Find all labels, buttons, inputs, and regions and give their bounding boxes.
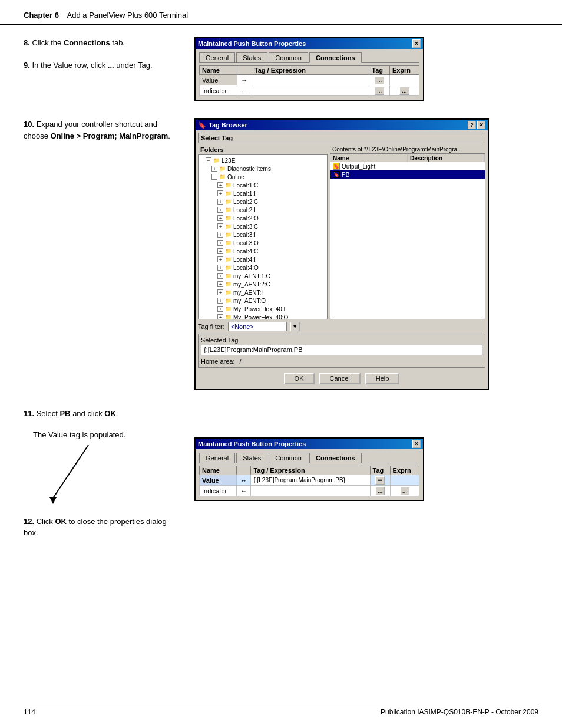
tag-filter-input[interactable] — [228, 322, 287, 331]
folder-icon-aent2c: 📁 — [224, 281, 232, 288]
folder-pflex40o[interactable]: + 📁 My_PowerFlex_40:O — [200, 313, 326, 319]
folder-icon-aenti: 📁 — [224, 289, 232, 296]
expand-local2o[interactable]: + — [217, 215, 223, 221]
folder-local2c[interactable]: + 📁 Local:2:C — [200, 197, 326, 206]
expand-local2i[interactable]: + — [217, 207, 223, 213]
cell-tag-indicator: ... — [369, 85, 390, 96]
folder-icon-aento: 📁 — [224, 297, 232, 304]
folder-aent2c[interactable]: + 📁 my_AENT:2:C — [200, 280, 326, 288]
folder-local4i[interactable]: + 📁 Local:4:I — [200, 255, 326, 263]
d2-exprn-dots-btn-indicator[interactable]: ... — [400, 487, 409, 495]
expand-local4i[interactable]: + — [217, 256, 223, 262]
tag-filter-dropdown[interactable]: ▼ — [290, 322, 300, 331]
step-9: 9. In the Value row, click ... under Tag… — [24, 60, 183, 71]
tag-browser-ok-btn[interactable]: OK — [284, 373, 315, 384]
folder-local2i[interactable]: + 📁 Local:2:I — [200, 206, 326, 214]
expand-local3o[interactable]: + — [217, 240, 223, 246]
table-row: Value ↔ {:[L23E]Program:MainProgram.PB} … — [200, 475, 419, 486]
steps-8-9-row: 8. Click the Connections tab. 9. In the … — [24, 37, 538, 101]
expand-aenti[interactable]: + — [217, 289, 223, 295]
folder-aent1c[interactable]: + 📁 my_AENT:1:C — [200, 272, 326, 280]
expand-local1i[interactable]: + — [217, 190, 223, 196]
step-9-text: 9. In the Value row, click ... under Tag… — [24, 61, 153, 70]
dialog2-tab-common[interactable]: Common — [269, 453, 308, 463]
cell-name-value: Value — [200, 75, 237, 85]
tag-browser-panes: Folders − 📁 L23E — [198, 146, 485, 319]
tag-browser-help-btn[interactable]: Help — [365, 373, 400, 384]
expand-aento[interactable]: + — [217, 298, 223, 304]
d2-cell-exprn-value — [390, 475, 419, 486]
dialog2-tab-general[interactable]: General — [199, 453, 235, 463]
folder-aenti[interactable]: + 📁 my_AENT:I — [200, 288, 326, 297]
dialog2-close-btn[interactable]: ✕ — [412, 440, 421, 448]
dialog2-tab-connections[interactable]: Connections — [309, 453, 362, 463]
folder-local3c[interactable]: + 📁 Local:3:C — [200, 222, 326, 230]
folder-local1c[interactable]: + 📁 Local:1:C — [200, 181, 326, 189]
expand-aent2c[interactable]: + — [217, 281, 223, 287]
d2-cell-tagexpr-indicator — [251, 486, 370, 496]
dialog1-close-btn[interactable]: ✕ — [412, 39, 421, 48]
tab-states[interactable]: States — [236, 52, 267, 62]
expand-local4c[interactable]: + — [217, 248, 223, 254]
d2-col-tag: Tag — [370, 466, 390, 475]
main-content: 8. Click the Connections tab. 9. In the … — [0, 37, 562, 549]
d2-tag-dots-btn-value[interactable]: ▪▪▪ — [375, 476, 385, 485]
tab-general[interactable]: General — [199, 52, 235, 62]
step-8: 8. Click the Connections tab. — [24, 37, 183, 49]
d2-tag-dots-btn-indicator[interactable]: ... — [375, 487, 385, 495]
home-area-label: Home area: — [201, 358, 234, 365]
header-left: Chapter 6 Add a PanelView Plus 600 Termi… — [24, 11, 188, 19]
folder-local2o[interactable]: + 📁 Local:2:O — [200, 214, 326, 222]
tab-connections[interactable]: Connections — [309, 52, 362, 63]
list-item[interactable]: 🔖 PB — [330, 170, 485, 179]
tag-filter-label: Tag filter: — [198, 323, 224, 330]
folder-pflex40i[interactable]: + 📁 My_PowerFlex_40:I — [200, 305, 326, 313]
expand-local2c[interactable]: + — [217, 199, 223, 205]
step-10: 10. Expand your controller shortcut and … — [24, 118, 183, 141]
arrow-area — [24, 445, 183, 510]
folder-icon-local4i: 📁 — [224, 256, 232, 263]
expand-local1c[interactable]: + — [217, 182, 223, 188]
folder-aento[interactable]: + 📁 my_AENT:O — [200, 297, 326, 305]
tag-browser-cancel-btn[interactable]: Cancel — [319, 373, 361, 384]
folder-local1i[interactable]: + 📁 Local:1:I — [200, 189, 326, 197]
expand-pflex40o[interactable]: + — [217, 314, 223, 319]
expand-pflex40i[interactable]: + — [217, 306, 223, 312]
folder-diagnostic[interactable]: + 📁 Diagnostic Items — [200, 164, 326, 173]
d2-cell-arrow-indicator: ← — [236, 486, 251, 496]
chapter-label: Chapter 6 — [24, 11, 59, 19]
folder-online[interactable]: − 📁 Online — [200, 173, 326, 181]
list-item[interactable]: 🔖 Output_Light — [330, 162, 485, 170]
exprn-dots-btn-indicator[interactable]: ... — [399, 87, 409, 95]
step-12-text: 12. Click OK to close the properties dia… — [24, 517, 167, 538]
folder-local4c[interactable]: + 📁 Local:4:C — [200, 247, 326, 255]
expand-l23e[interactable]: − — [206, 157, 211, 163]
expand-diagnostic[interactable]: + — [211, 166, 217, 172]
publication-info: Publication IASIMP-QS010B-EN-P - October… — [381, 708, 538, 716]
expand-local4o[interactable]: + — [217, 265, 223, 271]
expand-online[interactable]: − — [211, 174, 217, 180]
folder-local3i[interactable]: + 📁 Local:3:I — [200, 230, 326, 239]
d2-cell-tag-value: ▪▪▪ — [370, 475, 390, 486]
tag-browser-question-btn[interactable]: ? — [468, 121, 476, 129]
col-name-header: Name — [330, 154, 408, 162]
selected-tag-section-label: Selected Tag — [201, 337, 482, 344]
cell-tagexpr-value — [252, 75, 369, 85]
dialog1-titlebar: Maintained Push Button Properties ✕ — [196, 38, 423, 49]
expand-local3c[interactable]: + — [217, 223, 223, 229]
expand-aent1c[interactable]: + — [217, 273, 223, 279]
dialog2-title: Maintained Push Button Properties — [198, 440, 306, 447]
step-11-text: 11. Select PB and click OK. — [24, 409, 118, 418]
folder-local4o[interactable]: + 📁 Local:4:O — [200, 263, 326, 272]
folder-icon-local2o: 📁 — [224, 215, 232, 222]
tag-dots-btn-value[interactable]: ... — [375, 76, 384, 84]
tab-common[interactable]: Common — [269, 52, 308, 62]
expand-local3i[interactable]: + — [217, 232, 223, 238]
dialog1-title: Maintained Push Button Properties — [198, 40, 306, 47]
folder-l23e[interactable]: − 📁 L23E — [200, 156, 326, 164]
tag-browser-close-btn[interactable]: ✕ — [477, 121, 485, 129]
tag-dots-btn-indicator[interactable]: ... — [375, 87, 384, 95]
folder-local3o[interactable]: + 📁 Local:3:O — [200, 239, 326, 247]
folder-icon-local3c: 📁 — [224, 223, 232, 230]
dialog2-tab-states[interactable]: States — [236, 453, 267, 463]
